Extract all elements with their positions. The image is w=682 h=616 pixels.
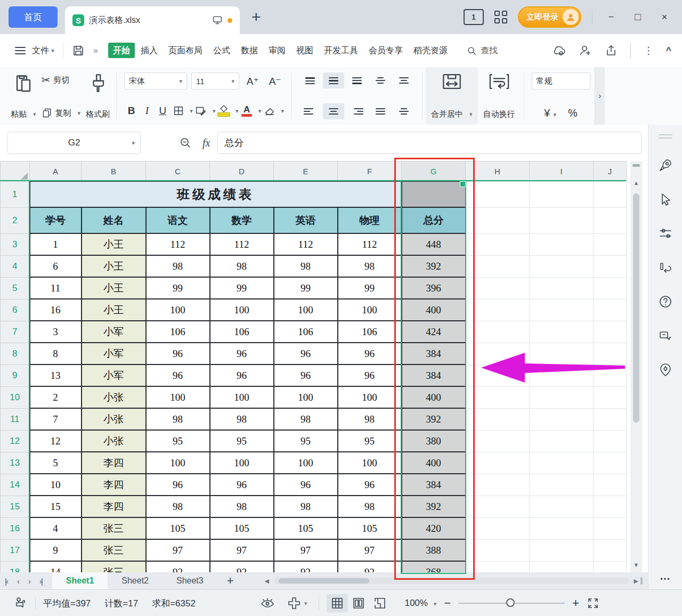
rocket-icon[interactable] (658, 158, 673, 173)
row-number[interactable]: 1 (1, 181, 30, 207)
cell[interactable]: 小王 (82, 255, 146, 277)
format-painter-button[interactable]: 格式刷 (83, 67, 113, 125)
empty-cell[interactable] (466, 321, 530, 343)
decrease-indent-button[interactable] (370, 72, 391, 88)
menu-item-审阅[interactable]: 审阅 (264, 43, 290, 58)
cell[interactable]: 424 (402, 321, 466, 343)
italic-button[interactable]: I (140, 102, 154, 119)
empty-cell[interactable] (530, 430, 594, 452)
empty-cell[interactable] (466, 517, 530, 539)
increase-indent-button[interactable] (393, 72, 415, 88)
empty-cell[interactable] (594, 321, 627, 343)
cell[interactable]: 97 (338, 539, 402, 561)
cell[interactable]: 12 (30, 430, 82, 452)
menu-item-公式[interactable]: 公式 (208, 43, 235, 58)
cell[interactable]: 100 (274, 299, 338, 321)
empty-cell[interactable] (530, 321, 594, 343)
row-number[interactable]: 12 (1, 430, 30, 452)
cell[interactable]: 97 (210, 539, 274, 561)
scroll-down-icon[interactable]: ▼ (634, 562, 639, 568)
column-header-E[interactable]: E (274, 161, 338, 182)
cell-settings-button[interactable]: ▾ (287, 596, 307, 610)
empty-cell[interactable] (466, 207, 530, 233)
cell[interactable]: 100 (146, 386, 210, 408)
minimize-button[interactable]: − (603, 11, 619, 23)
row-number[interactable]: 10 (1, 386, 30, 408)
cell[interactable]: 小王 (82, 277, 146, 299)
cell[interactable]: 10 (30, 474, 82, 496)
cell[interactable]: 100 (210, 452, 274, 474)
cell[interactable]: 96 (146, 364, 210, 386)
cell[interactable]: 小张 (82, 408, 146, 430)
font-size-select[interactable]: 11 ▾ (191, 72, 239, 90)
zoom-out-button[interactable]: − (444, 596, 451, 610)
phone-transfer-icon[interactable] (658, 328, 673, 343)
header-cell-总分[interactable]: 总分 (402, 207, 466, 233)
cell[interactable]: 小王 (82, 299, 146, 321)
cell[interactable]: 95 (146, 430, 210, 452)
header-cell-数学[interactable]: 数学 (210, 207, 274, 233)
cell[interactable]: 3 (30, 321, 82, 343)
empty-cell[interactable] (466, 299, 530, 321)
cell-shading-button[interactable] (194, 102, 208, 119)
cell[interactable]: 106 (338, 321, 402, 343)
share-user-icon[interactable] (579, 44, 592, 57)
empty-cell[interactable] (530, 539, 594, 561)
number-format-select[interactable]: 常规 (532, 72, 590, 90)
justify-button[interactable] (370, 103, 391, 119)
help-icon[interactable] (658, 294, 673, 309)
column-header-I[interactable]: I (530, 161, 594, 182)
zoom-slider[interactable] (458, 603, 565, 604)
empty-cell[interactable] (594, 233, 627, 255)
empty-cell[interactable] (466, 452, 530, 474)
eye-icon[interactable] (259, 597, 275, 610)
menu-item-页面布局[interactable]: 页面布局 (164, 43, 207, 58)
empty-cell[interactable] (530, 452, 594, 474)
empty-cell[interactable] (530, 386, 594, 408)
row-number[interactable]: 13 (1, 452, 30, 474)
cell[interactable]: 388 (402, 539, 466, 561)
row-number[interactable]: 9 (1, 364, 30, 386)
cell[interactable]: 98 (274, 408, 338, 430)
align-top-button[interactable] (299, 72, 321, 88)
empty-cell[interactable] (594, 255, 627, 277)
align-middle-button[interactable] (323, 72, 344, 88)
next-sheet-button[interactable]: › (28, 577, 30, 586)
close-button[interactable]: × (656, 11, 672, 23)
cell-mode-icon[interactable] (14, 596, 28, 610)
page-layout-view-button[interactable] (348, 594, 369, 612)
normal-view-button[interactable] (327, 594, 348, 612)
cell[interactable]: 98 (146, 408, 210, 430)
device-sync-icon[interactable]: 1 (464, 9, 484, 25)
cell[interactable]: 99 (146, 277, 210, 299)
cell[interactable]: 98 (274, 496, 338, 517)
cell[interactable]: 105 (274, 517, 338, 539)
empty-cell[interactable] (530, 299, 594, 321)
cell[interactable]: 100 (210, 299, 274, 321)
header-cell-姓名[interactable]: 姓名 (82, 207, 146, 233)
align-bottom-button[interactable] (346, 72, 368, 88)
cell[interactable]: 100 (274, 386, 338, 408)
cell[interactable]: 384 (402, 343, 466, 364)
cell[interactable]: 106 (210, 321, 274, 343)
sheet-tab-Sheet1[interactable]: Sheet1 (52, 572, 108, 589)
menu-item-开始[interactable]: 开始 (108, 43, 135, 58)
header-cell-语文[interactable]: 语文 (146, 207, 210, 233)
cell[interactable]: 96 (146, 343, 210, 364)
share-icon[interactable] (605, 44, 618, 57)
menu-item-会员专享[interactable]: 会员专享 (364, 43, 408, 58)
wrap-text-button[interactable]: 自动换行 (478, 67, 521, 125)
more-icon[interactable]: » (93, 46, 98, 55)
empty-cell[interactable] (530, 474, 594, 496)
cell[interactable]: 98 (146, 496, 210, 517)
cell[interactable]: 98 (210, 408, 274, 430)
document-tab[interactable]: S 演示表格.xlsx (65, 6, 240, 34)
zoom-formula-icon[interactable] (179, 136, 192, 149)
cell[interactable]: 4 (30, 517, 82, 539)
formula-input[interactable]: 总分 (217, 132, 642, 154)
cell[interactable]: 95 (210, 430, 274, 452)
cell[interactable]: 448 (402, 233, 466, 255)
cell[interactable]: 8 (30, 343, 82, 364)
cell[interactable]: 95 (274, 430, 338, 452)
empty-cell[interactable] (466, 255, 530, 277)
